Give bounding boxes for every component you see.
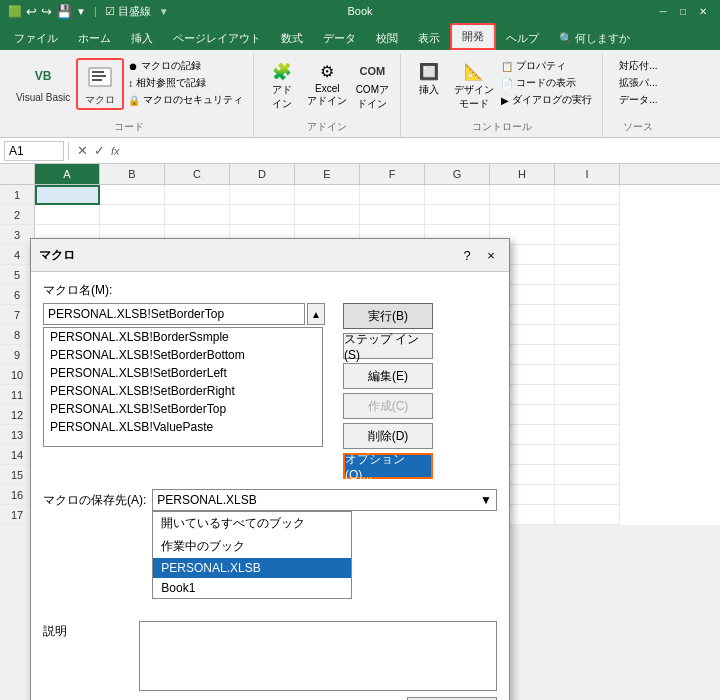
- close-btn[interactable]: ✕: [694, 2, 712, 20]
- desc-box[interactable]: [139, 621, 497, 691]
- quick-access-save[interactable]: 💾: [56, 4, 72, 19]
- cell-r1c4[interactable]: [295, 185, 360, 205]
- cell-r5c8[interactable]: [555, 265, 620, 285]
- col-header-g[interactable]: G: [425, 164, 490, 184]
- tab-file[interactable]: ファイル: [4, 27, 68, 50]
- insert-function-icon[interactable]: fx: [111, 145, 120, 157]
- cell-r13c8[interactable]: [555, 425, 620, 445]
- cell-r2c4[interactable]: [295, 205, 360, 225]
- record-macro-btn[interactable]: ⏺ マクロの記録: [126, 58, 245, 74]
- cell-r2c2[interactable]: [165, 205, 230, 225]
- vba-button[interactable]: VB Visual Basic: [12, 58, 74, 106]
- macro-button[interactable]: マクロ: [76, 58, 124, 110]
- cell-r2c5[interactable]: [360, 205, 425, 225]
- col-header-h[interactable]: H: [490, 164, 555, 184]
- cell-r1c0[interactable]: [35, 185, 100, 205]
- cell-r1c6[interactable]: [425, 185, 490, 205]
- tab-view[interactable]: 表示: [408, 27, 450, 50]
- macro-name-scroll-btn[interactable]: ▲: [307, 303, 325, 325]
- dropdown-item-all[interactable]: 開いているすべてのブック: [153, 512, 351, 535]
- edit-btn[interactable]: 編集(E): [343, 363, 433, 389]
- insert-control-btn[interactable]: 🔲 挿入: [409, 58, 449, 98]
- cell-r11c8[interactable]: [555, 385, 620, 405]
- cell-r17c8[interactable]: [555, 505, 620, 525]
- tab-home[interactable]: ホーム: [68, 27, 121, 50]
- save-location-select[interactable]: PERSONAL.XLSB ▼: [152, 489, 497, 511]
- cell-r3c8[interactable]: [555, 225, 620, 245]
- cell-r2c6[interactable]: [425, 205, 490, 225]
- step-into-btn[interactable]: ステップ イン(S): [343, 333, 433, 359]
- macro-name-input[interactable]: PERSONAL.XLSB!SetBorderTop: [43, 303, 305, 325]
- col-header-d[interactable]: D: [230, 164, 295, 184]
- confirm-formula-icon[interactable]: ✓: [94, 143, 105, 158]
- cancel-formula-icon[interactable]: ✕: [77, 143, 88, 158]
- mapping-btn[interactable]: 対応付...: [617, 58, 659, 74]
- addin-btn[interactable]: 🧩 アドイン: [262, 58, 302, 112]
- cell-r2c0[interactable]: [35, 205, 100, 225]
- view-code-btn[interactable]: 📄 コードの表示: [499, 75, 594, 91]
- macro-item-0[interactable]: PERSONAL.XLSB!BorderSsmple: [44, 328, 322, 346]
- design-mode-btn[interactable]: 📐 デザインモード: [451, 58, 497, 112]
- dropdown-item-current[interactable]: 作業中のブック: [153, 535, 351, 558]
- col-header-f[interactable]: F: [360, 164, 425, 184]
- dropdown-item-personal[interactable]: PERSONAL.XLSB: [153, 558, 351, 578]
- cell-r2c7[interactable]: [490, 205, 555, 225]
- maximize-btn[interactable]: □: [674, 2, 692, 20]
- cell-r6c8[interactable]: [555, 285, 620, 305]
- minimize-btn[interactable]: ─: [654, 2, 672, 20]
- tab-data[interactable]: データ: [313, 27, 366, 50]
- run-dialog-btn[interactable]: ▶ ダイアログの実行: [499, 92, 594, 108]
- quick-access-undo[interactable]: ↩: [26, 4, 37, 19]
- tab-formulas[interactable]: 数式: [271, 27, 313, 50]
- cell-r1c3[interactable]: [230, 185, 295, 205]
- cell-r1c1[interactable]: [100, 185, 165, 205]
- quick-access-redo[interactable]: ↪: [41, 4, 52, 19]
- tab-developer[interactable]: 開発: [450, 23, 496, 50]
- col-header-a[interactable]: A: [35, 164, 100, 184]
- cell-r10c8[interactable]: [555, 365, 620, 385]
- delete-btn[interactable]: 削除(D): [343, 423, 433, 449]
- macro-list[interactable]: PERSONAL.XLSB!BorderSsmple PERSONAL.XLSB…: [43, 327, 323, 447]
- expand-btn[interactable]: 拡張パ...: [617, 75, 659, 91]
- tab-search[interactable]: 🔍 何しますか: [549, 27, 640, 50]
- col-header-c[interactable]: C: [165, 164, 230, 184]
- properties-btn[interactable]: 📋 プロパティ: [499, 58, 594, 74]
- macro-security-btn[interactable]: 🔒 マクロのセキュリティ: [126, 92, 245, 108]
- cell-r14c8[interactable]: [555, 445, 620, 465]
- excel-addin-btn[interactable]: ⚙ Excelアドイン: [304, 58, 350, 109]
- col-header-e[interactable]: E: [295, 164, 360, 184]
- cell-r15c8[interactable]: [555, 465, 620, 485]
- cell-reference[interactable]: A1: [4, 141, 64, 161]
- cell-r1c2[interactable]: [165, 185, 230, 205]
- com-addin-btn[interactable]: COM COMアドイン: [352, 58, 392, 112]
- cell-r1c8[interactable]: [555, 185, 620, 205]
- formula-input[interactable]: [128, 141, 716, 161]
- macro-item-4[interactable]: PERSONAL.XLSB!SetBorderTop: [44, 400, 322, 418]
- dialog-close-btn[interactable]: ×: [481, 245, 501, 265]
- cell-r1c5[interactable]: [360, 185, 425, 205]
- col-header-i[interactable]: I: [555, 164, 620, 184]
- tab-insert[interactable]: 挿入: [121, 27, 163, 50]
- cell-r2c3[interactable]: [230, 205, 295, 225]
- macro-item-2[interactable]: PERSONAL.XLSB!SetBorderLeft: [44, 364, 322, 382]
- cell-r1c7[interactable]: [490, 185, 555, 205]
- dialog-help-btn[interactable]: ?: [457, 245, 477, 265]
- macro-item-1[interactable]: PERSONAL.XLSB!SetBorderBottom: [44, 346, 322, 364]
- data-btn[interactable]: データ...: [617, 92, 659, 108]
- options-btn[interactable]: オプション(O)...: [343, 453, 433, 479]
- macro-item-3[interactable]: PERSONAL.XLSB!SetBorderRight: [44, 382, 322, 400]
- macro-item-5[interactable]: PERSONAL.XLSB!ValuePaste: [44, 418, 322, 436]
- dropdown-item-book1[interactable]: Book1: [153, 578, 351, 598]
- tab-review[interactable]: 校閲: [366, 27, 408, 50]
- tab-help[interactable]: ヘルプ: [496, 27, 549, 50]
- cell-r8c8[interactable]: [555, 325, 620, 345]
- run-btn[interactable]: 実行(B): [343, 303, 433, 329]
- create-btn[interactable]: 作成(C): [343, 393, 433, 419]
- tab-page-layout[interactable]: ページレイアウト: [163, 27, 271, 50]
- cell-r7c8[interactable]: [555, 305, 620, 325]
- cell-r12c8[interactable]: [555, 405, 620, 425]
- col-header-b[interactable]: B: [100, 164, 165, 184]
- cell-r9c8[interactable]: [555, 345, 620, 365]
- save-dropdown[interactable]: 開いているすべてのブック 作業中のブック PERSONAL.XLSB Book1: [152, 511, 352, 599]
- cell-r2c1[interactable]: [100, 205, 165, 225]
